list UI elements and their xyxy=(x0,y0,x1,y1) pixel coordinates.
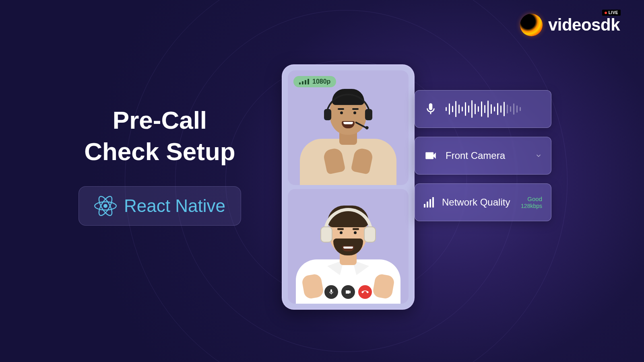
network-status: Good 128kbps xyxy=(521,195,542,210)
mic-panel[interactable] xyxy=(415,90,551,128)
live-badge-text: LIVE xyxy=(609,10,618,15)
live-dot-icon xyxy=(605,12,607,14)
react-icon xyxy=(94,195,117,217)
headline-block: Pre-Call Check Setup React Native xyxy=(78,105,241,226)
participant-avatar-1 xyxy=(304,80,392,185)
mic-icon xyxy=(328,289,334,295)
tech-label: React Native xyxy=(124,196,225,216)
live-badge: LIVE xyxy=(602,10,621,16)
brand-ring-icon xyxy=(520,14,543,36)
camera-panel[interactable]: Front Camera xyxy=(415,137,551,175)
video-tile-bottom xyxy=(288,189,409,304)
headline-text: Pre-Call Check Setup xyxy=(78,105,241,167)
chevron-down-icon xyxy=(535,152,542,159)
signal-bars-icon xyxy=(424,197,434,208)
brand-name: videosdk xyxy=(548,15,620,35)
camera-button[interactable] xyxy=(341,285,355,299)
hangup-icon xyxy=(361,288,369,296)
audio-waveform-icon xyxy=(446,100,521,118)
network-status-text: Good xyxy=(521,195,542,203)
camera-icon xyxy=(424,149,438,162)
tech-badge: React Native xyxy=(78,186,241,226)
network-label: Network Quality xyxy=(442,197,513,208)
mic-icon xyxy=(424,102,438,116)
network-rate: 128kbps xyxy=(521,203,542,210)
svg-point-0 xyxy=(103,204,107,208)
mute-button[interactable] xyxy=(324,285,338,299)
network-panel[interactable]: Network Quality Good 128kbps xyxy=(415,183,551,221)
phone-mockup: 1080p xyxy=(282,64,415,310)
video-tile-top: 1080p xyxy=(288,70,409,185)
camera-icon xyxy=(345,289,351,295)
call-controls xyxy=(324,285,372,299)
hangup-button[interactable] xyxy=(358,285,372,299)
brand-logo: LIVE videosdk xyxy=(520,14,620,36)
camera-label: Front Camera xyxy=(446,150,527,161)
